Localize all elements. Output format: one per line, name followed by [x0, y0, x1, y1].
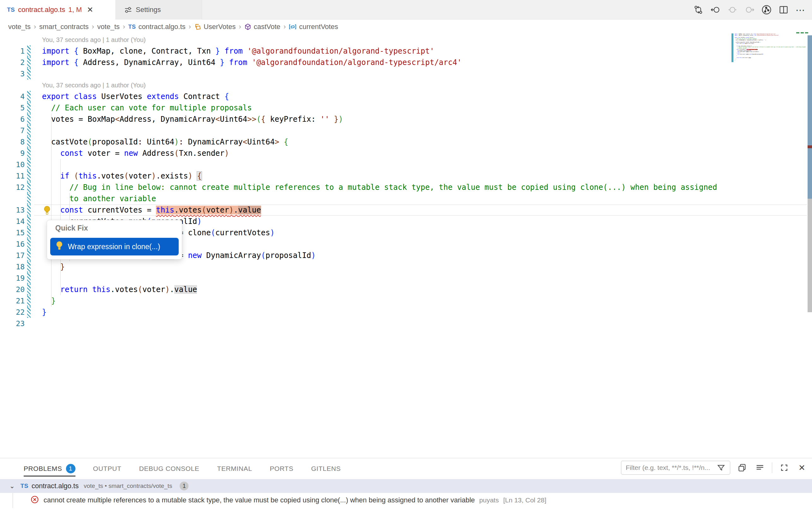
line-number[interactable]: 13 — [0, 204, 25, 216]
line-number[interactable]: 1 — [0, 45, 25, 57]
line-number[interactable]: 3 — [0, 68, 25, 80]
view-as-table-icon[interactable] — [736, 462, 748, 473]
problems-filter-input[interactable] — [626, 464, 715, 472]
line-number[interactable]: 22 — [0, 307, 25, 318]
line-number[interactable]: 6 — [0, 114, 25, 125]
code-line[interactable]: 3 — [0, 68, 812, 80]
maximize-panel-icon[interactable] — [778, 462, 790, 473]
code-line[interactable]: 6 votes = BoxMap<Address, DynamicArray<U… — [0, 114, 812, 125]
next-change-icon-disabled[interactable] — [743, 3, 756, 16]
code-line[interactable]: 20 return this.votes(voter).value — [0, 284, 812, 295]
close-tab-icon[interactable]: ✕ — [87, 5, 93, 14]
problems-file-row[interactable]: ⌄ TS contract.algo.ts vote_ts • smart_co… — [0, 479, 812, 493]
split-editor-icon[interactable] — [777, 3, 790, 16]
panel-tab-output[interactable]: OUTPUT — [93, 458, 122, 479]
lightbulb-icon[interactable] — [43, 204, 54, 216]
quick-fix-action-wrap-in-clone[interactable]: Wrap expression in clone(...) — [50, 238, 179, 255]
breadcrumb-item-contract-algo-ts[interactable]: TScontract.algo.ts — [128, 23, 185, 31]
line-number[interactable]: 11 — [0, 170, 25, 182]
code-line[interactable]: 13 const currentVotes = this.votes(voter… — [0, 204, 812, 216]
code-text: import { Address, DynamicArray, Uint64 }… — [42, 57, 462, 68]
line-number[interactable]: 5 — [0, 102, 25, 114]
breadcrumb-item-vote-ts[interactable]: vote_ts — [8, 23, 30, 31]
line-number[interactable]: 14 — [0, 216, 25, 227]
panel-tab-debug-console[interactable]: DEBUG CONSOLE — [139, 458, 199, 479]
breadcrumb-separator: › — [34, 23, 36, 31]
code-line[interactable]: 21 } — [0, 295, 812, 307]
line-number[interactable]: 12 — [0, 182, 25, 193]
line-number[interactable]: 17 — [0, 250, 25, 261]
panel-tab-ports[interactable]: PORTS — [270, 458, 293, 479]
line-number[interactable]: 15 — [0, 227, 25, 239]
problems-filter-box[interactable] — [621, 461, 730, 475]
code-line[interactable]: 22} — [0, 307, 812, 318]
code-line[interactable]: 11 if (this.votes(voter).exists) { — [0, 170, 812, 182]
breadcrumb-item-smart-contracts[interactable]: smart_contracts — [39, 23, 89, 31]
tab-contract-algo-ts[interactable]: TS contract.algo.ts 1, M ✕ — [0, 0, 115, 20]
code-line[interactable] — [735, 61, 807, 62]
scrollbar-slider[interactable] — [808, 35, 812, 199]
panel-tab-terminal[interactable]: TERMINAL — [217, 458, 252, 479]
code-line[interactable]: to another variable — [0, 193, 812, 204]
settings-tab-label: Settings — [136, 6, 161, 14]
blame-annotation[interactable]: You, 37 seconds ago | 1 author (You) — [0, 34, 812, 45]
diff-multiple-icon[interactable] — [692, 3, 705, 16]
line-number[interactable]: 19 — [0, 272, 25, 284]
breadcrumb-item-uservotes[interactable]: UserVotes — [194, 23, 236, 31]
error-icon — [30, 495, 39, 505]
code-line[interactable]: 10 — [0, 159, 812, 170]
code-line[interactable]: 12 // Bug in line below: cannot create m… — [0, 182, 812, 193]
blame-annotation[interactable]: You, 37 seconds ago | 1 author (You) — [0, 80, 812, 91]
line-number[interactable]: 23 — [0, 318, 25, 329]
line-number[interactable]: 7 — [0, 125, 25, 136]
code-line[interactable]: 5 // Each user can vote for multiple pro… — [0, 102, 812, 114]
gutter-diff-stripe — [27, 250, 30, 261]
code-line[interactable]: 7 — [0, 125, 812, 136]
error-source: puyats — [479, 496, 499, 504]
line-number[interactable]: 20 — [0, 284, 25, 295]
more-actions-icon[interactable]: ⋯ — [794, 3, 807, 16]
code-line[interactable]: 2import { Address, DynamicArray, Uint64 … — [0, 57, 812, 68]
chevron-down-icon[interactable]: ⌄ — [9, 482, 15, 490]
breadcrumb-item-castvote[interactable]: castVote — [244, 23, 280, 31]
gutter-diff-stripe — [27, 45, 30, 57]
line-number[interactable]: 21 — [0, 295, 25, 307]
line-number[interactable]: 10 — [0, 159, 25, 170]
prev-change-icon-disabled[interactable] — [726, 3, 739, 16]
line-number[interactable]: 16 — [0, 239, 25, 250]
go-back-circle-icon[interactable] — [709, 3, 722, 16]
toolbar-separator — [772, 462, 772, 473]
gutter-diff-stripe — [27, 216, 30, 227]
breadcrumb-label: vote_ts — [8, 23, 30, 31]
tab-filename: contract.algo.ts — [18, 6, 65, 14]
code-text: // Each user can vote for multiple propo… — [42, 102, 252, 114]
ts-symbol-icon: TS — [128, 24, 136, 30]
code-line[interactable]: 8 castVote(proposalId: Uint64): DynamicA… — [0, 136, 812, 148]
collapse-all-lines-icon[interactable] — [754, 462, 766, 473]
code-line[interactable]: 18 } — [0, 261, 812, 272]
problems-error-row[interactable]: cannot create multiple references to a m… — [0, 493, 812, 507]
gutter-diff-stripe — [27, 204, 30, 216]
code-text: const voter = new Address(Txn.sender) — [42, 148, 229, 159]
breadcrumb-separator: › — [92, 23, 94, 31]
filter-funnel-icon[interactable] — [715, 462, 727, 473]
line-number[interactable]: 9 — [0, 148, 25, 159]
breadcrumb-item-vote-ts[interactable]: vote_ts — [97, 23, 120, 31]
line-number[interactable]: 8 — [0, 136, 25, 148]
breadcrumb-item-currentvotes[interactable]: currentVotes — [289, 23, 338, 31]
line-number[interactable]: 18 — [0, 261, 25, 272]
code-line[interactable]: 23 — [0, 318, 812, 329]
minimap[interactable]: import { BoxMap, clone, Contract, Txn } … — [735, 33, 807, 84]
code-line[interactable]: 19 — [0, 272, 812, 284]
tab-settings[interactable]: Settings — [115, 0, 202, 20]
panel-tab-gitlens[interactable]: GITLENS — [311, 458, 341, 479]
line-number[interactable]: 2 — [0, 57, 25, 68]
editor-scrollbar[interactable] — [808, 20, 812, 458]
gitlens-graph-icon[interactable] — [760, 3, 773, 16]
code-line[interactable]: 1import { BoxMap, clone, Contract, Txn }… — [0, 45, 812, 57]
close-panel-icon[interactable]: ✕ — [796, 462, 808, 473]
line-number[interactable]: 4 — [0, 91, 25, 102]
panel-tab-problems[interactable]: PROBLEMS1 — [24, 458, 76, 479]
code-line[interactable]: 9 const voter = new Address(Txn.sender) — [0, 148, 812, 159]
code-line[interactable]: 4export class UserVotes extends Contract… — [0, 91, 812, 102]
